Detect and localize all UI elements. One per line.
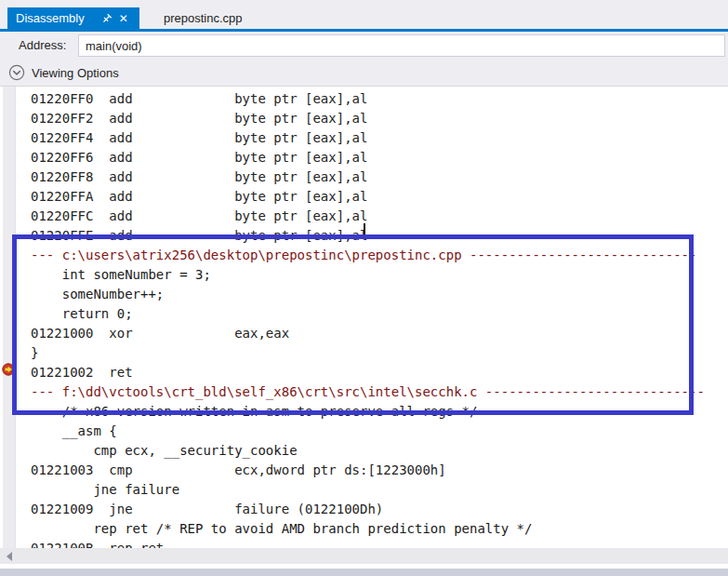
disassembly-line[interactable]: cmp ecx, __security_cookie bbox=[0, 441, 728, 461]
disassembly-line[interactable]: 0122100B rep ret bbox=[0, 539, 728, 548]
tab-prepostinc-label: prepostinc.cpp bbox=[164, 11, 243, 25]
viewing-options-label: Viewing Options bbox=[32, 66, 119, 80]
disassembly-line[interactable]: 01220FFA add byte ptr [eax],al bbox=[0, 187, 728, 207]
disassembly-line[interactable]: rep ret /* REP to avoid AMD branch predi… bbox=[0, 519, 728, 539]
disassembly-line[interactable]: someNumber++; bbox=[0, 285, 728, 304]
tab-disassembly[interactable]: Disassembly ✕ bbox=[7, 7, 139, 29]
disassembly-line[interactable]: jne failure bbox=[0, 480, 728, 500]
address-input[interactable] bbox=[78, 34, 725, 57]
disassembly-line[interactable]: 01221002 ret bbox=[0, 363, 728, 382]
address-bar: Address: bbox=[0, 32, 728, 60]
disassembly-line[interactable]: int someNumber = 3; bbox=[0, 265, 728, 285]
pin-icon[interactable] bbox=[99, 11, 114, 26]
disassembly-code-area[interactable]: 01220FF0 add byte ptr [eax],al01220FF2 a… bbox=[0, 87, 728, 548]
disassembly-line[interactable]: 01220FF0 add byte ptr [eax],al bbox=[0, 89, 728, 109]
disassembly-window: Disassembly ✕ prepostinc.cpp Address: bbox=[0, 0, 728, 576]
disassembly-line[interactable]: /* x86 version written in asm to preserv… bbox=[0, 402, 728, 422]
disassembly-line[interactable]: return 0; bbox=[0, 304, 728, 324]
disassembly-line[interactable]: --- c:\users\atrix256\desktop\prepostinc… bbox=[0, 246, 728, 265]
disassembly-line[interactable]: 01221009 jne failure (0122100Dh) bbox=[0, 500, 728, 519]
disassembly-line[interactable]: __asm { bbox=[0, 422, 728, 441]
tab-disassembly-label: Disassembly bbox=[16, 11, 85, 25]
disassembly-line[interactable]: 01221003 cmp ecx,dword ptr ds:[1223000h] bbox=[0, 461, 728, 480]
window-bottom-strip bbox=[0, 569, 728, 576]
address-label: Address: bbox=[19, 38, 66, 52]
viewing-options-header[interactable]: Viewing Options bbox=[0, 60, 728, 87]
chevron-down-circle-icon[interactable] bbox=[8, 64, 25, 81]
disassembly-line[interactable]: 01220FF4 add byte ptr [eax],al bbox=[0, 128, 728, 148]
scroll-left-arrow-icon[interactable] bbox=[2, 548, 17, 564]
tab-strip: Disassembly ✕ prepostinc.cpp bbox=[0, 0, 728, 29]
disassembly-line[interactable]: 01221000 xor eax,eax bbox=[0, 324, 728, 343]
text-caret bbox=[364, 223, 365, 239]
code-lines: 01220FF0 add byte ptr [eax],al01220FF2 a… bbox=[0, 89, 728, 548]
horizontal-scrollbar[interactable] bbox=[0, 548, 728, 564]
disassembly-line[interactable]: 01220FF6 add byte ptr [eax],al bbox=[0, 148, 728, 167]
disassembly-line[interactable]: 01220FF2 add byte ptr [eax],al bbox=[0, 109, 728, 128]
disassembly-line[interactable]: --- f:\dd\vctools\crt_bld\self_x86\crt\s… bbox=[0, 382, 728, 402]
disassembly-line[interactable]: } bbox=[0, 343, 728, 363]
disassembly-line[interactable]: 01220FF8 add byte ptr [eax],al bbox=[0, 167, 728, 187]
breakpoint-current-statement-icon[interactable] bbox=[2, 363, 15, 376]
tab-prepostinc-cpp[interactable]: prepostinc.cpp bbox=[154, 7, 252, 29]
close-icon[interactable]: ✕ bbox=[116, 11, 131, 26]
